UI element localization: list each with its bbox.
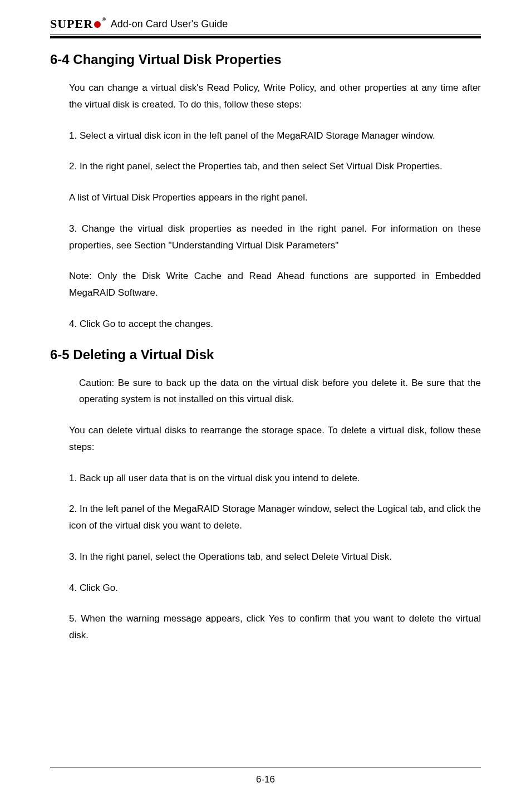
body-paragraph: 1. Select a virtual disk icon in the lef… (69, 128, 481, 144)
body-paragraph: You can delete virtual disks to rearrang… (69, 422, 481, 456)
header-rule-thick (50, 36, 481, 38)
body-paragraph: 5. When the warning message appears, cli… (69, 610, 481, 644)
body-paragraph: 1. Back up all user data that is on the … (69, 470, 481, 487)
footer-rule (50, 767, 481, 767)
header-rule-thin (50, 35, 481, 35)
body-paragraph: 3. In the right panel, select the Operat… (69, 549, 481, 565)
page-number: 6-16 (50, 774, 481, 785)
section-6-4-heading: 6-4 Changing Virtual Disk Properties (50, 52, 481, 67)
section-6-5-body: You can delete virtual disks to rearrang… (69, 422, 481, 644)
section-6-4-body: You can change a virtual disk's Read Pol… (69, 80, 481, 332)
brand-dot-icon (94, 21, 101, 28)
section-6-5-heading: 6-5 Deleting a Virtual Disk (50, 347, 481, 363)
registered-mark: ® (102, 17, 106, 22)
body-paragraph: 2. In the left panel of the MegaRAID Sto… (69, 501, 481, 534)
document-page: SUPER ® Add-on Card User's Guide 6-4 Cha… (0, 0, 531, 812)
brand-logo: SUPER ® (50, 17, 106, 31)
caution-block: Caution: Be sure to back up the data on … (79, 375, 481, 408)
body-paragraph: A list of Virtual Disk Properties appear… (69, 189, 481, 206)
running-header: SUPER ® Add-on Card User's Guide (50, 17, 481, 31)
guide-title: Add-on Card User's Guide (111, 18, 228, 30)
brand-text: SUPER (50, 17, 93, 31)
body-paragraph: Note: Only the Disk Write Cache and Read… (69, 268, 481, 301)
body-paragraph: 2. In the right panel, select the Proper… (69, 158, 481, 175)
body-paragraph: You can change a virtual disk's Read Pol… (69, 80, 481, 113)
caution-text: Caution: Be sure to back up the data on … (79, 375, 481, 408)
body-paragraph: 4. Click Go. (69, 580, 481, 596)
body-paragraph: 4. Click Go to accept the changes. (69, 316, 481, 332)
page-footer: 6-16 (50, 767, 481, 785)
body-paragraph: 3. Change the virtual disk properties as… (69, 221, 481, 254)
